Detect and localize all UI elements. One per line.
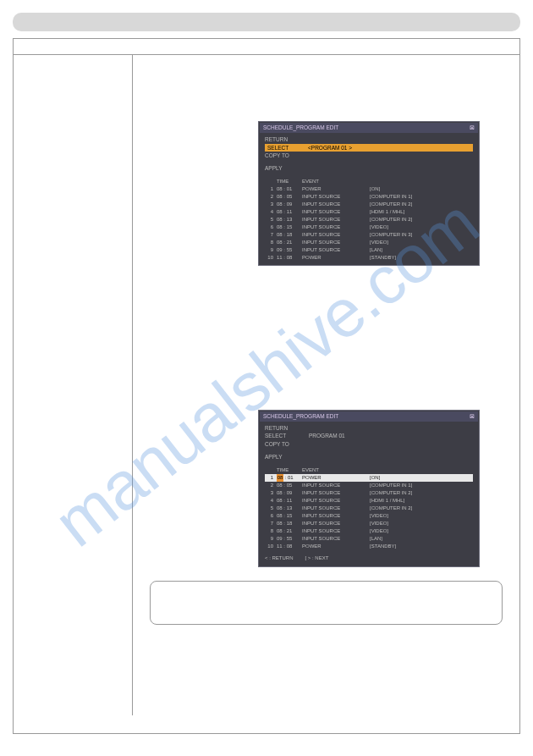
table-row[interactable]: 1011 : 08POWER[STANDBY] [265,254,473,262]
table-row[interactable]: 408 : 11INPUT SOURCE[HDMI 1 / MHL] [265,208,473,216]
table-header-row [14,39,519,55]
right-column: SCHEDULE_PROGRAM EDIT ⊠ RETURN SELECT <P… [133,55,519,715]
return-item[interactable]: RETURN [265,424,309,433]
table-row[interactable]: 608 : 15INPUT SOURCE[VIDEO] [265,512,473,520]
table-row[interactable]: 808 : 21INPUT SOURCE[VIDEO] [265,239,473,246]
table-row[interactable]: 909 : 55INPUT SOURCE[LAN] [265,246,473,254]
table-row[interactable]: 308 : 09INPUT SOURCE[COMPUTER IN 2] [265,489,473,497]
table-row[interactable]: 708 : 18INPUT SOURCE[COMPUTER IN 3] [265,231,473,239]
table-row[interactable]: 208 : 05INPUT SOURCE[COMPUTER IN 1] [265,193,473,201]
hint-return: < : RETURN [265,555,294,562]
table-row[interactable]: 508 : 13INPUT SOURCE[COMPUTER IN 2] [265,216,473,223]
table-row[interactable]: 1011 : 08POWER[STANDBY] [265,543,473,550]
col-event: EVENT [302,466,370,474]
apply-item[interactable]: APPLY [265,453,309,461]
table-row[interactable]: 808 : 21INPUT SOURCE[VIDEO] [265,527,473,535]
copy-to-item[interactable]: COPY TO [265,152,309,160]
col-event: EVENT [302,178,370,185]
copy-to-item[interactable]: COPY TO [265,440,309,449]
table-row[interactable]: 608 : 15INPUT SOURCE[VIDEO] [265,223,473,231]
left-column [14,55,133,715]
table-row[interactable]: 108 : 01POWER[ON] [265,185,473,193]
select-label: SELECT [267,144,308,152]
content-row: SCHEDULE_PROGRAM EDIT ⊠ RETURN SELECT <P… [14,55,519,715]
hint-next: [ > : NEXT [305,555,329,562]
return-item[interactable]: RETURN [265,135,309,144]
table-row[interactable]: 508 : 13INPUT SOURCE[COMPUTER IN 2] [265,505,473,512]
table-header: TIME EVENT [265,466,473,474]
select-row[interactable]: SELECT <PROGRAM 01 > [265,144,473,152]
schedule-dialog-1: SCHEDULE_PROGRAM EDIT ⊠ RETURN SELECT <P… [258,121,480,266]
footer-hints: < : RETURN [ > : NEXT [260,553,478,566]
table-row[interactable]: 108 : 01POWER[ON] [265,474,473,482]
table-row[interactable]: 408 : 11INPUT SOURCE[HDMI 1 / MHL] [265,497,473,505]
page-header-bar [13,13,520,31]
select-value: PROGRAM 01 [309,432,345,440]
schedule-dialog-2: SCHEDULE_PROGRAM EDIT ⊠ RETURN SELECT PR… [258,410,480,567]
select-value: <PROGRAM 01 > [308,144,352,152]
table-row[interactable]: 909 : 55INPUT SOURCE[LAN] [265,535,473,543]
table-row[interactable]: 208 : 05INPUT SOURCE[COMPUTER IN 1] [265,482,473,489]
table-header: TIME EVENT [265,178,473,185]
main-frame: SCHEDULE_PROGRAM EDIT ⊠ RETURN SELECT <P… [13,38,520,734]
close-icon[interactable]: ⊠ [470,124,475,132]
table-row[interactable]: 308 : 09INPUT SOURCE[COMPUTER IN 2] [265,201,473,208]
col-time: TIME [277,466,302,474]
dialog-titlebar: SCHEDULE_PROGRAM EDIT ⊠ [260,411,478,422]
col-time: TIME [277,178,302,185]
dialog-title: SCHEDULE_PROGRAM EDIT [263,412,338,421]
dialog-title: SCHEDULE_PROGRAM EDIT [263,124,338,132]
select-row[interactable]: SELECT PROGRAM 01 [265,432,473,440]
table-row[interactable]: 708 : 18INPUT SOURCE[VIDEO] [265,520,473,527]
note-box [150,581,503,625]
close-icon[interactable]: ⊠ [470,412,475,421]
dialog-titlebar: SCHEDULE_PROGRAM EDIT ⊠ [260,123,478,133]
apply-item[interactable]: APPLY [265,164,309,173]
select-label: SELECT [265,432,309,440]
